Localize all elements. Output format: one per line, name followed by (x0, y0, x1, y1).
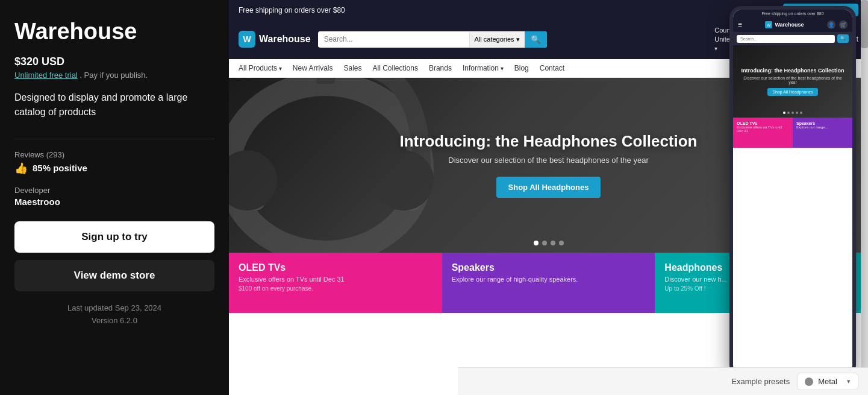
mobile-dot-4[interactable] (796, 112, 798, 114)
left-panel: Warehouse $320 USD Unlimited free trial … (0, 0, 229, 395)
mobile-cat-title-speakers: Speakers (796, 121, 849, 125)
app-title: Warehouse (14, 19, 214, 45)
category-card-speakers[interactable]: Speakers Explore our range of high-quali… (442, 253, 655, 313)
trial-link[interactable]: Unlimited free trial (14, 71, 78, 80)
price: $320 USD (14, 55, 214, 68)
logo-text: Warehouse (259, 34, 311, 45)
hero-title: Introducing: the Headphones Collection (400, 132, 698, 151)
search-submit-button[interactable]: 🔍 (525, 31, 547, 48)
search-input[interactable] (318, 31, 469, 47)
nav-item-products[interactable]: All Products (239, 64, 282, 72)
example-presets-label: Example presets (731, 377, 790, 386)
mobile-icons: 👤 🛒 (827, 21, 848, 29)
hero-dot-2[interactable] (542, 241, 547, 245)
description: Designed to display and promote a large … (14, 90, 214, 119)
mobile-cat-sub-tvs: Exclusive offers on TVs until Dec 31 (737, 125, 789, 133)
category-card-tvs[interactable]: OLED TVs Exclusive offers on TVs until D… (229, 253, 442, 313)
hero-content: Introducing: the Headphones Collection D… (400, 132, 698, 198)
cat-title-speakers: Speakers (452, 262, 646, 273)
mobile-search-input[interactable] (737, 35, 835, 43)
cat-subtitle-speakers: Explore our range of high-quality speake… (452, 276, 646, 283)
hero-dot-4[interactable] (559, 241, 564, 245)
mobile-announcement: Free shipping on orders over $80 (733, 10, 852, 17)
update-info: Last updated Sep 23, 2024 Version 6.2.0 (14, 302, 214, 327)
nav-item-brands[interactable]: Brands (429, 64, 452, 72)
logo-icon: W (239, 31, 255, 48)
mobile-hero-dots (783, 112, 802, 114)
scrollbar[interactable] (861, 0, 868, 395)
mobile-menu-icon[interactable]: ☰ (738, 22, 742, 28)
mobile-topbar: ☰ W Warehouse 👤 🛒 (733, 17, 852, 32)
mobile-cat-title-tvs: OLED TVs (737, 121, 789, 125)
announcement-text: Free shipping on orders over $80 (239, 6, 345, 14)
scrollbar-thumb[interactable] (861, 0, 868, 48)
nav-item-contact[interactable]: Contact (540, 64, 564, 72)
trial-text: Unlimited free trial . Pay if you publis… (14, 71, 214, 80)
preset-dot-icon (805, 378, 813, 386)
mobile-overlay: Free shipping on orders over $80 ☰ W War… (729, 6, 856, 377)
preset-name: Metal (818, 377, 837, 386)
version: Version 6.2.0 (92, 316, 137, 325)
mobile-cat-speakers[interactable]: Speakers Explore our range... (793, 118, 852, 148)
nav-item-new-arrivals[interactable]: New Arrivals (293, 64, 333, 72)
reviews-row: 👍 85% positive (14, 162, 214, 175)
bottom-bar: Example presets Metal ▾ (458, 367, 868, 395)
developer-name: Maestrooo (14, 197, 214, 207)
nav-item-sales[interactable]: Sales (344, 64, 362, 72)
nav-item-information[interactable]: Information (463, 64, 504, 72)
update-date: Last updated Sep 23, 2024 (67, 303, 161, 312)
reviews-pct: 85% positive (33, 163, 87, 173)
hero-dot-1[interactable] (534, 241, 539, 245)
mobile-hero-title: Introducing: the Headphones Collection (742, 68, 845, 74)
preset-selector[interactable]: Metal ▾ (797, 373, 858, 390)
mobile-cats: OLED TVs Exclusive offers on TVs until D… (733, 118, 852, 148)
mobile-hero-subtitle: Discover our selection of the best headp… (739, 76, 846, 84)
chevron-down-icon: ▾ (847, 378, 851, 385)
mobile-logo-row: W Warehouse (765, 21, 804, 28)
mobile-logo-icon: W (765, 21, 772, 28)
mobile-inner: Free shipping on orders over $80 ☰ W War… (733, 10, 852, 373)
store-logo[interactable]: W Warehouse (239, 31, 311, 48)
search-category-dropdown[interactable]: All categories ▾ (469, 32, 525, 47)
mobile-cat-sub-speakers: Explore our range... (796, 125, 849, 129)
mobile-dot-3[interactable] (792, 112, 794, 114)
mobile-hero-cta[interactable]: Shop All Headphones (767, 88, 817, 96)
signup-button[interactable]: Sign up to try (14, 221, 214, 253)
mobile-search-button[interactable]: 🔍 (837, 34, 849, 43)
mobile-dot-2[interactable] (787, 112, 790, 114)
mobile-user-icon[interactable]: 👤 (827, 21, 835, 29)
hero-cta-button[interactable]: Shop All Headphones (496, 177, 601, 198)
nav-item-collections[interactable]: All Collections (373, 64, 418, 72)
cat-detail-tvs: $100 off on every purchase. (239, 285, 432, 292)
search-bar[interactable]: All categories ▾ 🔍 (318, 31, 547, 48)
mobile-search: 🔍 (733, 32, 852, 45)
cat-title-tvs: OLED TVs (239, 262, 432, 273)
store-wrapper: Free shipping on orders over $80 ✉ Subsc… (229, 0, 868, 395)
divider (14, 139, 214, 139)
hero-dots (534, 241, 564, 245)
mobile-cart-icon[interactable]: 🛒 (839, 21, 848, 29)
mobile-cat-tvs[interactable]: OLED TVs Exclusive offers on TVs until D… (733, 118, 793, 148)
svg-point-4 (229, 150, 277, 210)
cat-subtitle-tvs: Exclusive offers on TVs until Dec 31 (239, 276, 432, 283)
nav-item-blog[interactable]: Blog (514, 64, 529, 72)
hero-subtitle: Discover our selection of the best headp… (400, 156, 698, 165)
demo-button[interactable]: View demo store (14, 260, 214, 291)
reviews-label: Reviews (293) (14, 150, 214, 159)
right-panel: Free shipping on orders over $80 ✉ Subsc… (229, 0, 868, 395)
mobile-hero: Introducing: the Headphones Collection D… (733, 45, 852, 118)
developer-label: Developer (14, 186, 214, 195)
mobile-dot-5[interactable] (800, 112, 802, 114)
trial-suffix: . Pay if you publish. (80, 71, 148, 80)
thumb-icon: 👍 (14, 162, 28, 175)
mobile-dot-1[interactable] (783, 112, 785, 114)
hero-dot-3[interactable] (551, 241, 555, 245)
mobile-logo-text: Warehouse (775, 22, 804, 28)
